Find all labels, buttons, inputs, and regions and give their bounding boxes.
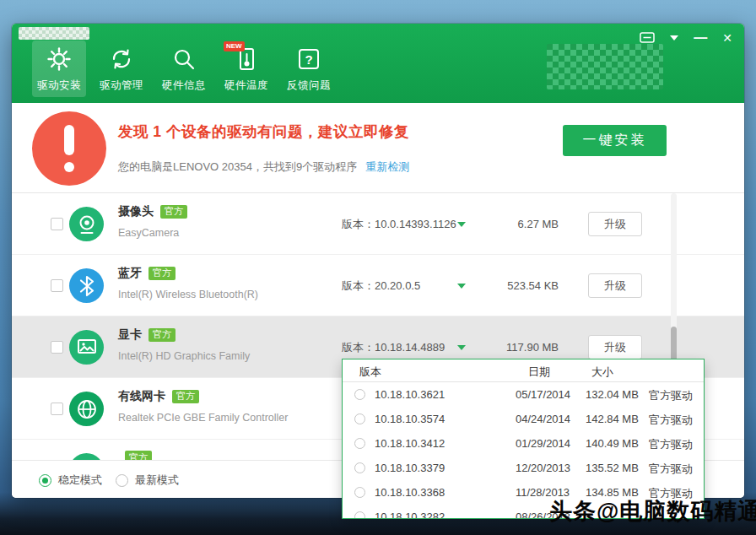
bluetooth-icon <box>69 268 104 303</box>
version-select[interactable]: 版本：20.20.0.5 <box>342 278 477 294</box>
upgrade-button[interactable]: 升级 <box>588 212 642 236</box>
official-badge: 官方 <box>148 328 176 342</box>
driver-name: Realtek PCIe GBE Family Controller <box>118 412 288 424</box>
search-icon <box>170 46 197 73</box>
official-badge: 官方 <box>160 205 187 219</box>
censored-logo <box>19 27 89 40</box>
close-button[interactable]: ✕ <box>722 30 732 46</box>
graphics-icon <box>69 330 104 365</box>
driver-size: 117.90 MB <box>472 341 559 354</box>
gear-icon <box>46 46 73 73</box>
nav-driver-manage[interactable]: 驱动管理 <box>94 41 148 97</box>
option-type: 官方驱动 <box>649 413 693 428</box>
version-option[interactable]: 10.18.10.3621 05/17/2014 132.04 MB 官方驱动 <box>343 382 704 407</box>
computer-info: 您的电脑是LENOVO 20354，共找到9个驱动程序 <box>118 160 357 173</box>
checkbox[interactable] <box>51 279 63 292</box>
checkbox[interactable] <box>51 218 63 230</box>
version-select-open[interactable]: 版本：10.18.14.4889 <box>342 340 477 355</box>
option-size: 132.04 MB <box>586 388 639 401</box>
version-value: 20.20.0.5 <box>375 279 420 292</box>
version-radio[interactable] <box>354 511 365 519</box>
mode-stable-label: 稳定模式 <box>58 473 102 488</box>
column-version: 版本 <box>359 365 381 380</box>
version-select[interactable]: 版本：10.0.14393.1126 <box>342 217 477 232</box>
option-type: 官方驱动 <box>649 388 693 403</box>
censored-area <box>547 44 663 89</box>
alert-title: 发现 1 个设备的驱动有问题，建议立即修复 <box>118 122 409 142</box>
driver-row-bluetooth: 蓝牙官方 Intel(R) Wireless Bluetooth(R) 版本：2… <box>12 255 744 316</box>
option-version: 10.18.10.3368 <box>375 486 445 499</box>
option-date: 12/20/2013 <box>516 462 570 474</box>
checkbox[interactable] <box>51 341 63 354</box>
alert-subtitle: 您的电脑是LENOVO 20354，共找到9个驱动程序重新检测 <box>118 159 409 175</box>
driver-name: Intel(R) Wireless Bluetooth(R) <box>118 289 258 300</box>
version-value: 10.0.14393.1126 <box>375 218 456 230</box>
nav-label: 硬件信息 <box>162 78 206 93</box>
radio-latest[interactable] <box>116 474 128 487</box>
nav-feedback[interactable]: ? 反馈问题 <box>282 41 336 97</box>
svg-text:?: ? <box>305 52 312 67</box>
upgrade-button[interactable]: 升级 <box>588 335 642 359</box>
version-option[interactable]: 10.18.10.3412 01/29/2014 140.49 MB 官方驱动 <box>343 431 704 456</box>
driver-category: 显卡 <box>118 327 142 343</box>
option-version: 10.18.10.3621 <box>375 388 445 401</box>
version-radio[interactable] <box>354 413 365 424</box>
driver-size: 6.27 MB <box>472 218 559 230</box>
globe-icon <box>69 392 104 426</box>
version-prefix: 版本： <box>342 341 375 354</box>
watermark: 头条@电脑数码精通 <box>549 496 756 527</box>
version-option[interactable]: 10.18.10.3574 04/24/2014 142.84 MB 官方驱动 <box>343 407 704 431</box>
option-size: 142.84 MB <box>586 413 639 425</box>
question-icon: ? <box>295 46 322 73</box>
nav-hardware-info[interactable]: 硬件信息 <box>157 41 211 97</box>
version-radio[interactable] <box>354 462 365 473</box>
upgrade-button[interactable]: 升级 <box>588 273 642 298</box>
nav-driver-install[interactable]: 驱动安装 <box>32 41 86 97</box>
mode-latest[interactable]: 最新模式 <box>116 473 179 488</box>
driver-row-camera: 摄像头官方 EasyCamera 版本：10.0.14393.1126 6.27… <box>12 193 744 255</box>
nav-label: 驱动安装 <box>37 78 81 93</box>
option-size: 140.49 MB <box>586 437 639 450</box>
official-badge: 官方 <box>125 451 152 460</box>
nav-label: 驱动管理 <box>100 78 143 93</box>
menu-caret-icon[interactable] <box>670 35 678 41</box>
official-badge: 官方 <box>148 267 176 280</box>
driver-category: 摄像头 <box>118 204 154 219</box>
driver-category: 蓝牙 <box>118 266 142 281</box>
chevron-down-icon <box>457 284 466 289</box>
column-size: 大小 <box>591 365 613 380</box>
column-date: 日期 <box>528 365 550 380</box>
refresh-icon <box>108 46 135 73</box>
option-date: 05/17/2014 <box>516 388 570 401</box>
radio-stable[interactable] <box>39 474 51 487</box>
version-dropdown: 版本 日期 大小 10.18.10.3621 05/17/2014 132.04… <box>342 359 705 519</box>
option-type: 官方驱动 <box>649 437 693 452</box>
option-version: 10.18.10.3282 <box>375 511 445 519</box>
option-type: 官方驱动 <box>649 462 693 477</box>
mode-latest-label: 最新模式 <box>135 473 179 488</box>
recheck-link[interactable]: 重新检测 <box>365 160 409 173</box>
option-date: 04/24/2014 <box>516 413 570 425</box>
one-key-install-button[interactable]: 一键安装 <box>563 125 667 156</box>
version-radio[interactable] <box>354 389 365 400</box>
option-date: 01/29/2014 <box>516 437 570 450</box>
nav-hardware-temp[interactable]: NEW 硬件温度 <box>219 41 273 97</box>
driver-name: EasyCamera <box>118 227 179 239</box>
checkbox[interactable] <box>51 403 63 415</box>
option-size: 135.52 MB <box>586 462 639 474</box>
header: — ✕ 驱动安装 <box>12 24 744 103</box>
alert-banner: 发现 1 个设备的驱动有问题，建议立即修复 您的电脑是LENOVO 20354，… <box>12 103 744 193</box>
mode-stable[interactable]: 稳定模式 <box>39 473 102 488</box>
version-option[interactable]: 10.18.10.3379 12/20/2013 135.52 MB 官方驱动 <box>343 456 704 480</box>
driver-name: Intel(R) HD Graphics Family <box>118 350 250 362</box>
official-badge: 官方 <box>172 390 199 403</box>
message-icon[interactable] <box>640 32 655 44</box>
nav-label: 反馈问题 <box>287 78 331 93</box>
minimize-button[interactable]: — <box>694 30 707 46</box>
version-radio[interactable] <box>354 438 365 449</box>
main-nav: 驱动安装 驱动管理 <box>32 41 336 97</box>
chevron-down-icon <box>457 345 466 350</box>
dropdown-header: 版本 日期 大小 <box>343 359 704 382</box>
version-value: 10.18.14.4889 <box>375 341 445 354</box>
version-radio[interactable] <box>354 487 365 498</box>
